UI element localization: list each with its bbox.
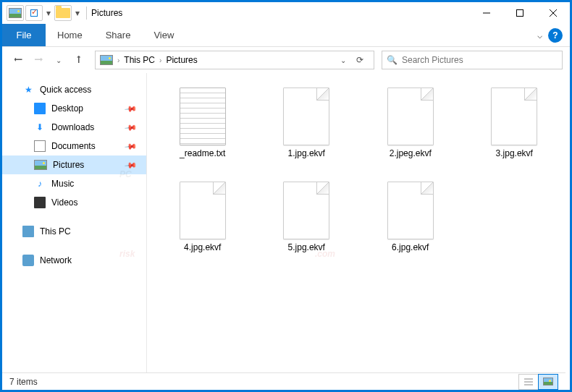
help-icon[interactable]: ? bbox=[548, 28, 563, 43]
file-item[interactable]: _readme.txt bbox=[154, 88, 251, 174]
file-icon bbox=[387, 182, 434, 239]
sidebar-network[interactable]: Network bbox=[2, 251, 146, 270]
address-bar[interactable]: › This PC › Pictures ⌄ ⟳ bbox=[95, 51, 374, 69]
desktop-icon bbox=[34, 103, 46, 114]
file-item[interactable]: 3.jpg.ekvf bbox=[466, 88, 563, 174]
downloads-icon: ⬇ bbox=[34, 122, 46, 133]
title-bar: ✓ ▾ ▾ Pictures bbox=[2, 2, 570, 24]
file-item[interactable]: 6.jpg.ekvf bbox=[362, 182, 459, 268]
view-icons-button[interactable] bbox=[538, 374, 558, 390]
sidebar-item-desktop[interactable]: Desktop 📌 bbox=[2, 99, 146, 118]
file-grid: _readme.txt 1.jpg.ekvf 2.jpeg.ekvf 3.jpg… bbox=[147, 73, 570, 372]
history-dropdown-icon[interactable]: ⌄ bbox=[50, 51, 67, 69]
qat-icon-folder[interactable] bbox=[54, 5, 72, 21]
up-button[interactable]: 🠕 bbox=[70, 51, 88, 69]
address-dropdown-icon[interactable]: ⌄ bbox=[340, 56, 346, 64]
network-icon bbox=[22, 255, 34, 266]
pictures-icon bbox=[34, 160, 47, 170]
chevron-right-icon[interactable]: › bbox=[159, 56, 161, 64]
sidebar-this-pc[interactable]: This PC bbox=[2, 222, 146, 241]
sidebar: ★ Quick access Desktop 📌 ⬇ Downloads 📌 D… bbox=[2, 73, 147, 372]
nav-bar: 🠔 🠖 ⌄ 🠕 › This PC › Pictures ⌄ ⟳ 🔍 bbox=[2, 47, 570, 73]
forward-button[interactable]: 🠖 bbox=[30, 51, 47, 69]
music-icon: ♪ bbox=[34, 178, 46, 189]
file-icon bbox=[491, 88, 537, 145]
sidebar-item-documents[interactable]: Documents 📌 bbox=[2, 137, 146, 155]
qat-icon-app[interactable] bbox=[7, 5, 24, 21]
sidebar-item-music[interactable]: ♪ Music bbox=[2, 174, 146, 193]
qat-icon-checkbox[interactable]: ✓ bbox=[25, 5, 43, 21]
pin-icon: 📌 bbox=[124, 102, 138, 116]
file-item[interactable]: 4.jpg.ekvf bbox=[154, 182, 251, 268]
sidebar-item-videos[interactable]: Videos bbox=[2, 193, 146, 212]
address-icon bbox=[100, 55, 113, 65]
breadcrumb-pictures[interactable]: Pictures bbox=[166, 55, 197, 65]
status-bar: 7 items bbox=[2, 372, 565, 390]
file-icon bbox=[180, 182, 226, 239]
file-icon bbox=[180, 88, 226, 145]
search-icon: 🔍 bbox=[387, 55, 398, 65]
refresh-button[interactable]: ⟳ bbox=[350, 55, 369, 65]
sidebar-item-pictures[interactable]: Pictures 📌 bbox=[2, 155, 146, 174]
file-item[interactable]: 2.jpeg.ekvf bbox=[362, 88, 459, 174]
tab-home[interactable]: Home bbox=[46, 24, 94, 46]
pin-icon: 📌 bbox=[124, 158, 138, 172]
file-item[interactable]: 5.jpg.ekvf bbox=[258, 182, 356, 268]
file-tab[interactable]: File bbox=[2, 24, 46, 46]
ribbon: File Home Share View ⌵ ? bbox=[2, 24, 570, 47]
sidebar-item-downloads[interactable]: ⬇ Downloads 📌 bbox=[2, 118, 146, 137]
maximize-button[interactable] bbox=[503, 2, 537, 24]
tab-share[interactable]: Share bbox=[94, 24, 143, 46]
ribbon-expand-icon[interactable]: ⌵ bbox=[537, 30, 542, 41]
minimize-button[interactable] bbox=[470, 2, 503, 24]
pin-icon: 📌 bbox=[124, 121, 138, 135]
file-item[interactable]: 1.jpg.ekvf bbox=[258, 88, 356, 174]
pin-icon: 📌 bbox=[124, 140, 138, 153]
sidebar-quick-access[interactable]: ★ Quick access bbox=[2, 80, 146, 99]
close-button[interactable] bbox=[537, 2, 570, 24]
star-icon: ★ bbox=[22, 84, 34, 95]
window-title: Pictures bbox=[91, 8, 122, 18]
breadcrumb-this-pc[interactable]: This PC bbox=[124, 55, 155, 65]
qat-dropdown-icon[interactable]: ▾ bbox=[44, 8, 53, 18]
status-count: 7 items bbox=[9, 377, 38, 387]
qat-dropdown2-icon[interactable]: ▾ bbox=[73, 8, 82, 18]
view-details-button[interactable] bbox=[518, 374, 539, 390]
search-box[interactable]: 🔍 bbox=[382, 51, 563, 69]
chevron-right-icon[interactable]: › bbox=[117, 56, 119, 64]
videos-icon bbox=[34, 197, 46, 208]
file-icon bbox=[283, 88, 329, 145]
svg-rect-4 bbox=[517, 10, 523, 17]
tab-view[interactable]: View bbox=[142, 24, 185, 46]
back-button[interactable]: 🠔 bbox=[9, 51, 27, 69]
title-separator bbox=[86, 7, 87, 20]
this-pc-icon bbox=[22, 226, 34, 237]
file-icon bbox=[387, 88, 434, 145]
documents-icon bbox=[34, 140, 46, 152]
search-input[interactable] bbox=[402, 55, 558, 65]
file-icon bbox=[283, 182, 329, 239]
